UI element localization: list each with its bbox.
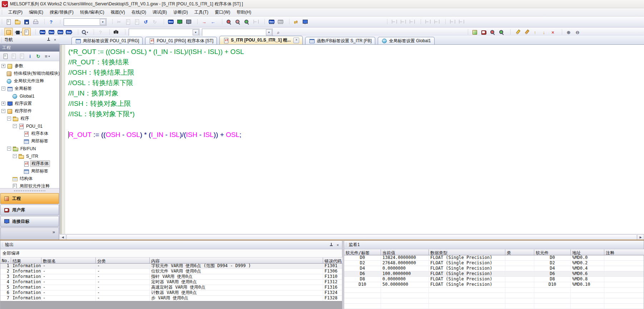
- tree-expander[interactable]: −: [1, 109, 5, 113]
- ladder-branch-button[interactable]: [432, 18, 441, 26]
- tree-item-8[interactable]: −程序: [0, 115, 59, 122]
- tree-expander[interactable]: −: [7, 147, 11, 151]
- st-find-prev-button[interactable]: [488, 28, 497, 36]
- undo-button[interactable]: ↺: [142, 18, 150, 26]
- bookmark-list-button[interactable]: [522, 28, 530, 36]
- tree-item-9[interactable]: −POU_01: [0, 122, 59, 130]
- tab-close-button[interactable]: ×: [293, 38, 299, 43]
- zoom-in-button[interactable]: ⊕: [564, 28, 573, 36]
- menu-item-11[interactable]: 帮助(H): [233, 8, 254, 16]
- tree-expander[interactable]: −: [1, 87, 5, 90]
- project-data-combo[interactable]: ▼: [64, 18, 106, 26]
- tree-expander[interactable]: −: [13, 124, 17, 128]
- menu-item-8[interactable]: 诊断(D): [170, 8, 191, 16]
- module-configuration-button[interactable]: [13, 28, 22, 36]
- tree-item-7[interactable]: −程序部件: [0, 107, 59, 115]
- nav-paste-button[interactable]: [18, 52, 26, 60]
- table-row[interactable]: D40.0000000FLOAT (Single Precision)D4%MD…: [344, 266, 644, 271]
- table-row[interactable]: 1Information--字软元件 VAR用 使用6点 (范围 D994 - …: [0, 264, 342, 269]
- nav-new-data-button[interactable]: [1, 52, 9, 60]
- menu-item-5[interactable]: 视图(V): [108, 8, 128, 16]
- tree-item-3[interactable]: 全局软元件注释: [0, 77, 59, 85]
- find-device-combo[interactable]: ▼: [202, 29, 273, 36]
- menu-item-1[interactable]: 工程(P): [5, 8, 26, 16]
- tree-expander[interactable]: −: [7, 117, 11, 121]
- device-batch-button[interactable]: [276, 18, 284, 26]
- editor-tab-3[interactable]: S_ITR [POU_01.S_ITR_1] 程...×: [219, 36, 303, 44]
- table-row[interactable]: D227648.0000000FLOAT (Single Precision)D…: [344, 261, 644, 266]
- tree-item-1[interactable]: +参数: [0, 62, 59, 70]
- table-row[interactable]: D6100.0000000FLOAT (Single Precision)D6%…: [344, 271, 644, 277]
- monitor-watch-button[interactable]: [242, 18, 251, 26]
- table-row[interactable]: D80.0000000FLOAT (Single Precision)D8%MD…: [344, 277, 644, 282]
- navigation-splitter[interactable]: [0, 188, 59, 193]
- monitor-start-button[interactable]: [224, 18, 233, 26]
- tree-item-4[interactable]: −全局标签: [0, 85, 59, 92]
- tree-expander[interactable]: +: [1, 64, 5, 68]
- print-button[interactable]: [31, 18, 40, 26]
- context-help-button[interactable]: ?: [96, 28, 105, 36]
- editor-tab-1[interactable]: 局部标签设置 POU_01 [PRG]: [71, 37, 143, 44]
- menu-item-10[interactable]: 窗口(W): [212, 8, 233, 16]
- table-row[interactable]: 5Information--高速定时器 VAR用 使用0点F1316: [0, 285, 342, 290]
- find-device-button[interactable]: ▾: [80, 28, 89, 36]
- output-scroll-area[interactable]: [0, 301, 342, 309]
- menu-item-4[interactable]: 转换/编译(C): [77, 8, 108, 16]
- tree-expander[interactable]: +: [1, 102, 5, 106]
- monitor-stop-button[interactable]: [251, 18, 260, 26]
- bookmark-next-button[interactable]: ↓: [540, 28, 548, 36]
- output-close-button[interactable]: ×: [335, 242, 340, 247]
- column-header-1[interactable]: No.: [0, 258, 11, 264]
- st-find-next-button[interactable]: [497, 28, 506, 36]
- tree-item-15[interactable]: 局部标签: [0, 167, 59, 175]
- navigation-collapse-strip[interactable]: »: [0, 227, 59, 240]
- remote-operation-button[interactable]: [301, 18, 309, 26]
- ladder-rising-button[interactable]: [448, 18, 456, 26]
- ladder-falling-button[interactable]: [457, 18, 465, 26]
- column-header-2[interactable]: 当前值: [381, 249, 429, 255]
- ladder-close-contact-button[interactable]: [398, 18, 407, 26]
- device-init-button[interactable]: [56, 28, 64, 36]
- editor-tab-4[interactable]: 函数/FB标签设置 S_ITR [FB]: [305, 37, 375, 44]
- cut-button[interactable]: ✂: [115, 18, 123, 26]
- tree-item-12[interactable]: −FB/FUN: [0, 145, 59, 152]
- nav-sort-button[interactable]: ≡▾: [43, 52, 50, 60]
- nav-data-properties-button[interactable]: i: [26, 52, 34, 60]
- tree-expander[interactable]: −: [13, 154, 17, 158]
- tree-item-10[interactable]: 程序本体: [0, 130, 59, 137]
- column-header-4[interactable]: 分类: [96, 258, 150, 264]
- device-read-button[interactable]: [175, 18, 184, 26]
- column-header-3[interactable]: 数据类型: [429, 249, 505, 255]
- write-to-plc-button[interactable]: →: [200, 18, 208, 26]
- table-row[interactable]: D1050.0000000FLOAT (Single Precision)D10…: [344, 282, 644, 288]
- st-convert-button[interactable]: [470, 28, 479, 36]
- table-row[interactable]: D013824.0000000FLOAT (Single Precision)D…: [344, 255, 644, 261]
- save-project-button[interactable]: [22, 18, 31, 26]
- tree-item-16[interactable]: 结构体: [0, 175, 59, 182]
- ladder-application-button[interactable]: [423, 18, 432, 26]
- device-memory-button[interactable]: [47, 28, 55, 36]
- find-go-button[interactable]: ⌕: [274, 28, 283, 36]
- redo-button[interactable]: ↻: [150, 18, 159, 26]
- new-project-button[interactable]: [4, 18, 13, 26]
- open-project-button[interactable]: [13, 18, 22, 26]
- column-header-5[interactable]: 软元件: [534, 249, 571, 255]
- table-row[interactable]: 4Information--定时器 VAR用 使用0点F1312: [0, 280, 342, 285]
- monitor-write-button[interactable]: [233, 18, 242, 26]
- column-header-4[interactable]: 类: [505, 249, 534, 255]
- nav-view-button-2[interactable]: 用户库: [0, 205, 59, 215]
- tree-item-11[interactable]: 局部标签: [0, 137, 59, 145]
- copy-button[interactable]: [124, 18, 132, 26]
- paste-button[interactable]: [133, 18, 141, 26]
- tree-item-2[interactable]: 特殊模块(智能功能模块): [0, 70, 59, 77]
- column-header-1[interactable]: 软元件/标签: [344, 249, 381, 255]
- column-header-3[interactable]: 数据名: [41, 258, 96, 264]
- nav-refresh-button[interactable]: ↻: [34, 52, 42, 60]
- table-row[interactable]: 2Information--位软元件 VAR用 使用0点F1306: [0, 269, 342, 274]
- tree-item-5[interactable]: Global1: [0, 92, 59, 100]
- menu-item-2[interactable]: 编辑(E): [26, 8, 46, 16]
- st-compile-check-button[interactable]: [479, 28, 488, 36]
- output-pin-button[interactable]: [329, 242, 334, 247]
- tree-item-14[interactable]: 程序本体: [0, 160, 59, 167]
- column-header-7[interactable]: 注释: [604, 249, 644, 255]
